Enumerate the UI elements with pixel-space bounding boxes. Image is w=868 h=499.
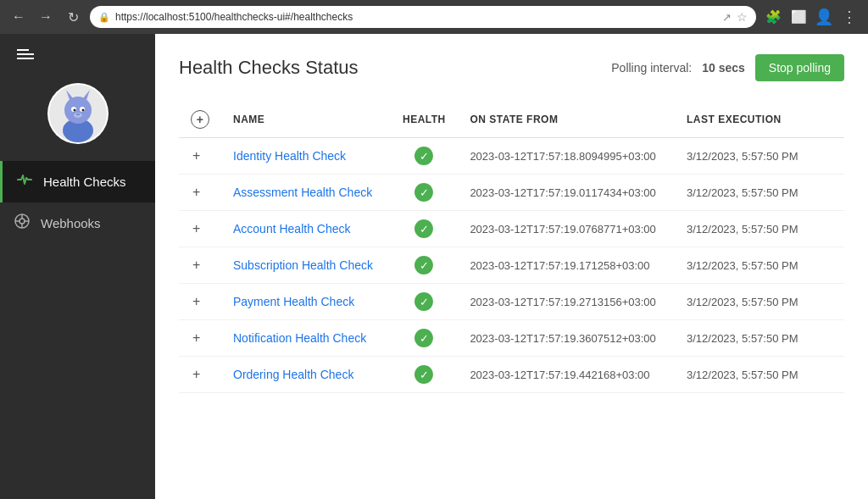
- state-cell: 2023-03-12T17:57:18.8094995+03:00: [458, 138, 675, 175]
- state-timestamp-4: 2023-03-12T17:57:19.2713156+03:00: [470, 296, 655, 308]
- execution-cell: 3/12/2023, 5:57:50 PM: [675, 138, 844, 175]
- profile-icon[interactable]: 👤: [814, 7, 834, 27]
- refresh-button[interactable]: ↻: [63, 7, 83, 27]
- expand-button-2[interactable]: +: [191, 219, 202, 238]
- sidebar-item-health-checks[interactable]: Health Checks: [0, 161, 155, 202]
- forward-button[interactable]: →: [36, 7, 56, 27]
- th-state-from: ON STATE FROM: [458, 102, 675, 138]
- expand-cell: +: [179, 320, 221, 357]
- name-link-1[interactable]: Assessment Health Check: [233, 186, 372, 199]
- execution-time-6: 3/12/2023, 5:57:50 PM: [687, 369, 798, 381]
- expand-cell: +: [179, 138, 221, 175]
- polling-label: Polling interval:: [611, 61, 692, 75]
- health-cell: ✓: [390, 320, 458, 357]
- state-timestamp-0: 2023-03-12T17:57:18.8094995+03:00: [470, 150, 655, 163]
- url-text: https://localhost:5100/healthchecks-ui#/…: [115, 11, 717, 23]
- table-row: + Subscription Health Check ✓ 2023-03-12…: [179, 247, 844, 284]
- name-cell: Payment Health Check: [221, 284, 390, 320]
- state-timestamp-1: 2023-03-12T17:57:19.0117434+03:00: [470, 186, 655, 199]
- table-body: + Identity Health Check ✓ 2023-03-12T17:…: [179, 138, 844, 393]
- browser-chrome: ← → ↻ 🔒 https://localhost:5100/healthche…: [0, 0, 868, 34]
- expand-button-5[interactable]: +: [191, 329, 202, 347]
- page-header: Health Checks Status Polling interval: 1…: [179, 54, 844, 81]
- add-all-icon[interactable]: +: [191, 110, 209, 129]
- browser-actions: 🧩 ⬜ 👤 ⋮: [763, 7, 860, 27]
- name-link-4[interactable]: Payment Health Check: [233, 295, 354, 308]
- avatar-container: [0, 75, 155, 161]
- sidebar-item-webhooks[interactable]: Webhooks: [0, 202, 155, 244]
- svg-point-8: [81, 109, 84, 112]
- health-ok-icon-5: ✓: [415, 329, 433, 347]
- execution-cell: 3/12/2023, 5:57:50 PM: [675, 320, 844, 357]
- execution-time-5: 3/12/2023, 5:57:50 PM: [687, 332, 798, 345]
- th-last-execution: LAST EXECUTION: [675, 102, 844, 138]
- expand-button-0[interactable]: +: [191, 147, 202, 165]
- name-cell: Subscription Health Check: [221, 247, 390, 284]
- table-header: + NAME HEALTH ON STATE FROM LAST EXECUTI…: [179, 102, 844, 138]
- name-cell: Notification Health Check: [221, 320, 390, 357]
- state-timestamp-2: 2023-03-12T17:57:19.0768771+03:00: [470, 223, 655, 236]
- name-link-0[interactable]: Identity Health Check: [233, 149, 346, 163]
- health-ok-icon-6: ✓: [415, 365, 433, 384]
- expand-button-6[interactable]: +: [191, 365, 202, 384]
- menu-icon[interactable]: ⋮: [839, 7, 860, 27]
- name-cell: Ordering Health Check: [221, 357, 390, 393]
- table-row: + Notification Health Check ✓ 2023-03-12…: [179, 320, 844, 357]
- webhooks-icon: [14, 213, 31, 234]
- state-cell: 2023-03-12T17:57:19.442168+03:00: [458, 357, 675, 393]
- health-cell: ✓: [390, 247, 458, 284]
- state-timestamp-5: 2023-03-12T17:57:19.3607512+03:00: [470, 332, 655, 345]
- health-cell: ✓: [390, 284, 458, 320]
- sidebar: Health Checks Webhooks: [0, 34, 155, 499]
- table-row: + Account Health Check ✓ 2023-03-12T17:5…: [179, 211, 844, 247]
- name-link-5[interactable]: Notification Health Check: [233, 331, 366, 345]
- polling-value: 10 secs: [702, 61, 745, 75]
- tab-icon[interactable]: ⬜: [788, 7, 809, 27]
- table-row: + Assessment Health Check ✓ 2023-03-12T1…: [179, 175, 844, 211]
- state-cell: 2023-03-12T17:57:19.171258+03:00: [458, 247, 675, 284]
- execution-cell: 3/12/2023, 5:57:50 PM: [675, 247, 844, 284]
- state-cell: 2023-03-12T17:57:19.3607512+03:00: [458, 320, 675, 357]
- execution-cell: 3/12/2023, 5:57:50 PM: [675, 211, 844, 247]
- hamburger-button[interactable]: [14, 46, 37, 63]
- name-cell: Account Health Check: [221, 211, 390, 247]
- svg-point-2: [64, 97, 92, 124]
- expand-button-1[interactable]: +: [191, 183, 202, 202]
- name-link-6[interactable]: Ordering Health Check: [233, 368, 353, 381]
- address-bar[interactable]: 🔒 https://localhost:5100/healthchecks-ui…: [90, 6, 756, 28]
- extensions-icon[interactable]: 🧩: [763, 7, 783, 27]
- name-cell: Identity Health Check: [221, 138, 390, 175]
- svg-point-10: [76, 114, 78, 115]
- health-checks-icon: [16, 171, 33, 192]
- expand-button-4[interactable]: +: [191, 292, 202, 311]
- execution-time-0: 3/12/2023, 5:57:50 PM: [687, 150, 798, 163]
- expand-cell: +: [179, 247, 221, 284]
- health-ok-icon-0: ✓: [415, 147, 433, 165]
- health-ok-icon-3: ✓: [415, 256, 433, 274]
- th-name: NAME: [221, 102, 390, 138]
- share-icon: ↗: [722, 11, 732, 24]
- state-timestamp-6: 2023-03-12T17:57:19.442168+03:00: [470, 369, 649, 381]
- sidebar-nav: Health Checks Webhooks: [0, 161, 155, 244]
- name-link-3[interactable]: Subscription Health Check: [233, 258, 373, 272]
- bookmark-icon: ☆: [737, 10, 748, 24]
- lock-icon: 🔒: [98, 12, 110, 23]
- page-title: Health Checks Status: [179, 57, 359, 79]
- sidebar-header: [0, 34, 155, 75]
- th-expand: +: [179, 102, 221, 138]
- expand-cell: +: [179, 175, 221, 211]
- stop-polling-button[interactable]: Stop polling: [755, 54, 844, 81]
- hamburger-line-3: [17, 58, 34, 59]
- sidebar-item-health-checks-label: Health Checks: [43, 175, 126, 189]
- polling-info: Polling interval: 10 secs Stop polling: [611, 54, 844, 81]
- state-cell: 2023-03-12T17:57:19.0117434+03:00: [458, 175, 675, 211]
- th-health: HEALTH: [390, 102, 458, 138]
- svg-point-11: [78, 114, 80, 115]
- back-button[interactable]: ←: [8, 7, 29, 27]
- expand-button-3[interactable]: +: [191, 256, 202, 274]
- avatar-svg: [49, 85, 107, 142]
- execution-cell: 3/12/2023, 5:57:50 PM: [675, 175, 844, 211]
- name-link-2[interactable]: Account Health Check: [233, 222, 351, 236]
- svg-point-9: [74, 113, 82, 118]
- state-cell: 2023-03-12T17:57:19.0768771+03:00: [458, 211, 675, 247]
